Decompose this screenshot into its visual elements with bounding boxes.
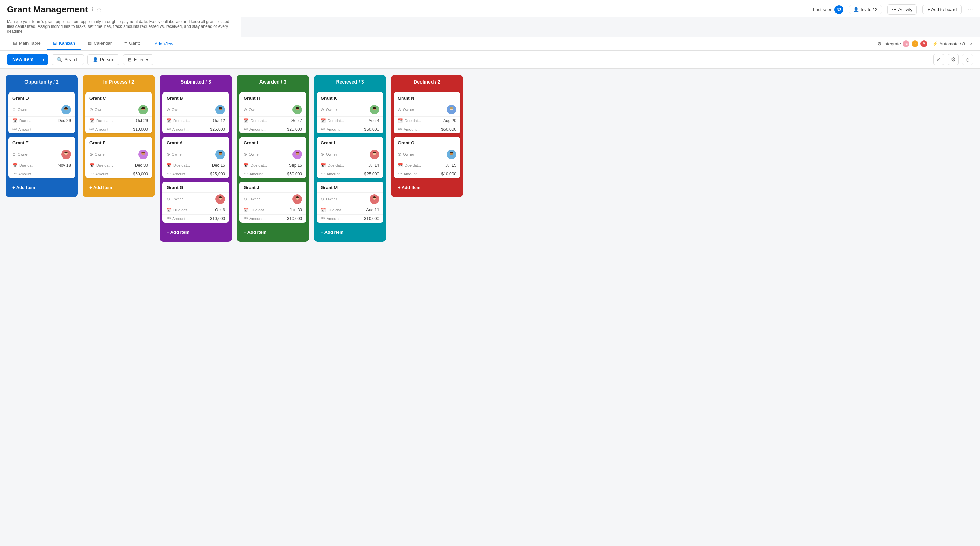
kanban-card[interactable]: Grant C ⊙ Owner 📅 Due dat... Oct 29 ¹²³ … [85,92,152,133]
invite-label: Invite / 2 [861,7,877,12]
integrate-button[interactable]: ⚙ Integrate ◎ ↑ M [877,40,928,47]
due-date-value: Sep 15 [271,163,302,168]
owner-label: ⊙ Owner [89,107,114,112]
due-date-text: Due dat... [405,119,421,123]
owner-avatar [61,149,71,159]
due-date-value: Oct 12 [194,118,225,123]
column-header-declined: Declined / 2 [391,75,463,89]
star-icon[interactable]: ☆ [96,6,102,13]
kanban-card[interactable]: Grant L ⊙ Owner 📅 Due dat... Jul 14 ¹²³ … [317,137,383,178]
add-item-button-in-process[interactable]: + Add Item [85,181,152,194]
amount-label: ¹²³ Amount... [398,171,423,176]
new-item-label: New Item [7,54,39,65]
owner-label: ⊙ Owner [398,152,423,157]
automate-button[interactable]: ⚡ Automate / 8 [932,41,965,46]
amount-value: $10,000 [425,171,456,176]
owner-text: Owner [95,108,106,112]
owner-text: Owner [326,108,337,112]
more-options-button[interactable]: ··· [967,5,973,13]
kanban-card[interactable]: Grant D ⊙ Owner 📅 Due dat... Dec 29 ¹²³ … [8,92,75,133]
activity-button[interactable]: 〜 Activity [888,5,917,15]
owner-icon: ⊙ [321,152,324,157]
card-amount-field: ¹²³ Amount... $50,000 [317,125,383,133]
card-owner-field: ⊙ Owner [317,148,383,161]
activity-label: Activity [898,7,912,12]
new-item-button[interactable]: New Item ▾ [7,54,48,65]
filter-label: Filter [134,57,144,62]
number-icon: ¹²³ [243,171,248,176]
owner-avatar [369,149,379,159]
add-item-button-submitted[interactable]: + Add Item [162,226,229,238]
owner-text: Owner [249,197,260,201]
expand-button[interactable]: ⤢ [933,54,944,65]
tab-gantt[interactable]: ≡ Gantt [118,37,146,50]
add-item-button-declined[interactable]: + Add Item [394,181,460,194]
owner-icon: ⊙ [243,107,247,112]
top-bar-left: Grant Management ℹ ☆ [7,4,102,15]
column-header-in-process: In Process / 2 [83,75,155,89]
add-view-button[interactable]: + Add View [146,37,178,50]
person-button[interactable]: 👤 Person [88,54,119,65]
due-date-text: Due dat... [405,163,421,167]
card-title: Grant F [85,137,152,148]
amount-label: ¹²³ Amount... [167,216,191,221]
filter-button[interactable]: ⊟ Filter ▾ [123,54,153,65]
filter-chevron-icon: ▾ [146,57,148,62]
due-date-text: Due dat... [250,208,267,212]
column-header-submitted: Submitted / 3 [160,75,232,89]
amount-label: ¹²³ Amount... [13,171,37,176]
column-header-awarded: Awarded / 3 [237,75,309,89]
kanban-card[interactable]: Grant H ⊙ Owner 📅 Due dat... Sep 7 ¹²³ A… [240,92,306,133]
kanban-card[interactable]: Grant I ⊙ Owner 📅 Due dat... Sep 15 ¹²³ … [240,137,306,178]
kanban-card[interactable]: Grant M ⊙ Owner 📅 Due dat... Aug 11 ¹²³ … [317,181,383,223]
owner-icon: ⊙ [167,152,170,157]
kanban-card[interactable]: Grant O ⊙ Owner 📅 Due dat... Jul 15 ¹²³ … [394,137,460,178]
amount-value: $50,000 [271,171,302,176]
kanban-card[interactable]: Grant N ⊙ Owner 📅 Due dat... Aug 20 ¹²³ … [394,92,460,133]
settings-button[interactable]: ⚙ [948,54,959,65]
kanban-card[interactable]: Grant E ⊙ Owner 📅 Due dat... Nov 18 ¹²³ … [8,137,75,178]
amount-text: Amount... [250,217,266,221]
new-item-caret-icon[interactable]: ▾ [39,55,48,65]
owner-text: Owner [18,152,29,156]
number-icon: ¹²³ [13,127,16,132]
kanban-card[interactable]: Grant J ⊙ Owner 📅 Due dat... Jun 30 ¹²³ … [240,181,306,223]
tab-main-table[interactable]: ⊞ Main Table [7,37,47,50]
invite-button[interactable]: 👤 Invite / 2 [849,5,882,14]
info-icon[interactable]: ℹ [92,6,94,13]
due-date-label: 📅 Due dat... [243,208,269,213]
number-icon: ¹²³ [321,127,325,132]
kanban-card[interactable]: Grant A ⊙ Owner 📅 Due dat... Dec 15 ¹²³ … [162,137,229,178]
add-item-button-awarded[interactable]: + Add Item [240,226,306,238]
page-title: Grant Management [7,4,88,15]
tab-calendar[interactable]: ▦ Calendar [81,37,118,50]
card-owner-field: ⊙ Owner [394,148,460,161]
card-amount-field: ¹²³ Amount... [8,125,75,133]
owner-label: ⊙ Owner [13,152,37,157]
collapse-button[interactable]: ∧ [970,41,973,46]
card-owner-field: ⊙ Owner [162,148,229,161]
amount-text: Amount... [326,217,343,221]
number-icon: ¹²³ [321,216,325,221]
due-date-text: Due dat... [96,119,113,123]
add-item-button-opportunity[interactable]: + Add Item [8,181,75,194]
kanban-card[interactable]: Grant B ⊙ Owner 📅 Due dat... Oct 12 ¹²³ … [162,92,229,133]
add-to-board-button[interactable]: + Add to board [922,5,962,14]
add-item-button-received[interactable]: + Add Item [317,226,383,238]
amount-text: Amount... [172,172,189,176]
due-date-text: Due dat... [173,119,190,123]
due-date-value: Dec 15 [194,163,225,168]
due-date-text: Due dat... [19,163,36,167]
due-date-value: Jun 30 [271,208,302,213]
kanban-card[interactable]: Grant K ⊙ Owner 📅 Due dat... Aug 4 ¹²³ A… [317,92,383,133]
emoji-button[interactable]: ☺ [962,54,973,65]
kanban-card[interactable]: Grant F ⊙ Owner 📅 Due dat... Dec 30 ¹²³ … [85,137,152,178]
due-date-label: 📅 Due dat... [321,118,345,123]
owner-label: ⊙ Owner [321,107,345,112]
due-date-text: Due dat... [328,208,344,212]
number-icon: ¹²³ [89,171,94,176]
card-amount-field: ¹²³ Amount... $10,000 [394,170,460,178]
kanban-card[interactable]: Grant G ⊙ Owner 📅 Due dat... Oct 6 ¹²³ A… [162,181,229,223]
tab-kanban[interactable]: ⊟ Kanban [47,37,81,50]
search-button[interactable]: 🔍 Search [52,54,84,65]
